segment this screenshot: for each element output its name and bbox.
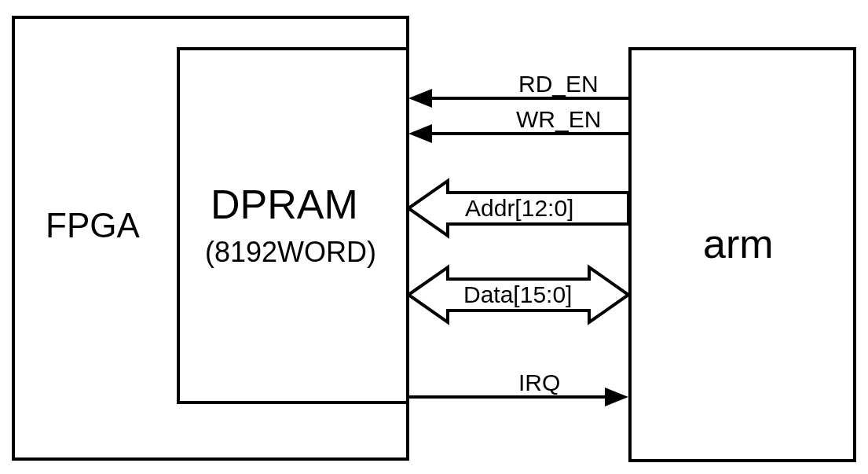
rd-en-label: RD_EN bbox=[518, 71, 599, 97]
fpga-label: FPGA bbox=[46, 206, 140, 245]
irq-label: IRQ bbox=[518, 369, 560, 396]
data-label: Data[15:0] bbox=[463, 281, 572, 308]
arm-label: arm bbox=[703, 220, 774, 267]
svg-marker-5 bbox=[605, 388, 628, 406]
dpram-title: DPRAM bbox=[211, 181, 358, 228]
addr-label: Addr[12:0] bbox=[465, 195, 573, 222]
dpram-subtitle: (8192WORD) bbox=[205, 236, 376, 269]
svg-marker-1 bbox=[408, 89, 432, 108]
wr-en-label: WR_EN bbox=[516, 106, 601, 133]
svg-marker-3 bbox=[408, 124, 432, 143]
